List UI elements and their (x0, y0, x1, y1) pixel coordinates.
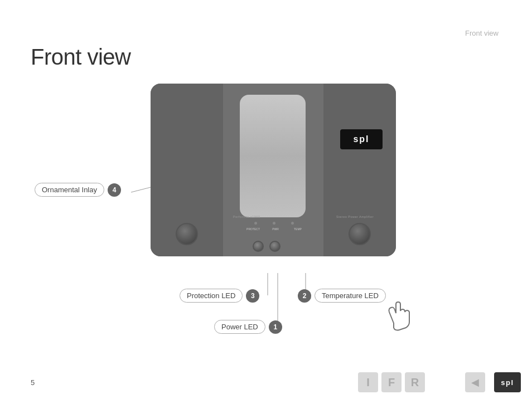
amp-inlay: spl (240, 95, 306, 217)
left-knob (176, 223, 198, 245)
protect-label: PROTECT (245, 227, 261, 231)
power-led-badge: 1 (269, 320, 282, 334)
annotation-temperature-led: 2 Temperature LED (298, 289, 386, 303)
amplifier-illustration: spl PROTECT PWR TEMP Performer s1000 Ste… (151, 84, 407, 273)
center-knob-1 (253, 241, 264, 252)
center-knob-2 (269, 241, 280, 252)
temperature-led-label: Temperature LED (315, 289, 386, 303)
footer-letter-f[interactable]: F (381, 372, 402, 392)
led-row (254, 222, 294, 225)
pwr-label: PWR (268, 227, 283, 231)
footer-letter-i[interactable]: I (358, 372, 378, 392)
center-knobs (253, 241, 280, 252)
temp-label: TEMP (290, 227, 306, 231)
protection-led-badge: 3 (246, 289, 259, 303)
temperature-led-badge: 2 (298, 289, 311, 303)
footer-letters: I F R (358, 372, 425, 392)
power-led-label: Power LED (214, 320, 265, 334)
footer-spl-logo: spl (494, 372, 521, 392)
right-knob (349, 223, 371, 245)
annotation-ornamental-inlay: Ornamental Inlay 4 (35, 183, 121, 197)
hand-cursor-icon (383, 295, 416, 334)
annotation-power-led: Power LED 1 (214, 320, 282, 334)
page-title: Front view (31, 45, 131, 70)
annotation-protection-led: Protection LED 3 (180, 289, 259, 303)
pwr-led-dot (273, 222, 275, 225)
ornamental-inlay-badge: 4 (108, 183, 121, 197)
amp-model-left: Performer s1000 (233, 215, 260, 218)
protect-led-dot (254, 222, 257, 225)
breadcrumb: Front view (465, 29, 499, 37)
amp-body: spl PROTECT PWR TEMP Performer s1000 Ste… (151, 84, 396, 256)
protection-led-label: Protection LED (180, 289, 243, 303)
amp-model-right: Stereo Power Amplifier (336, 215, 374, 218)
footer-letter-r[interactable]: R (405, 372, 425, 392)
footer-arrow-button[interactable]: ◀ (465, 372, 485, 392)
footer-bar: I F R ◀ spl (0, 366, 532, 399)
led-labels: PROTECT PWR TEMP (245, 227, 306, 231)
temp-led-dot (291, 222, 294, 225)
spl-logo-box: spl (340, 129, 383, 149)
spl-logo: spl (353, 134, 369, 144)
ornamental-inlay-label: Ornamental Inlay (35, 183, 104, 197)
footer-logo-text: spl (501, 378, 514, 387)
